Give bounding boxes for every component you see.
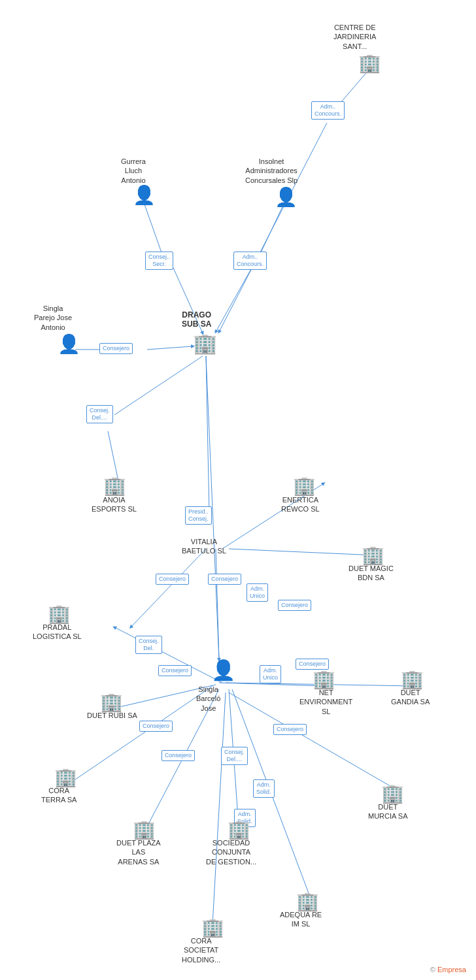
pradal-label: PRADALLOGISTICA SL	[33, 623, 82, 642]
presid-consej-badge: Presid..Consej.	[185, 506, 212, 525]
singla-parejo-icon: 👤	[58, 333, 80, 355]
duet-magic-icon: 🏢	[362, 544, 384, 566]
adm-unico2-badge: Adm.Unico	[260, 665, 281, 683]
consej-del2-badge: Consej.Del.	[135, 636, 162, 654]
enertica-label: ENERTICAREWCO SL	[281, 495, 320, 514]
duet-plaza-label: DUET PLAZALASARENAS SA	[116, 838, 161, 866]
consejero-duet-rubi-badge: Consejero	[139, 721, 173, 732]
consej-secr-badge: Consej..Secr.	[145, 252, 173, 270]
adm-concours-top-badge: Adm..Concours.	[311, 101, 345, 120]
singla-barcelo-label: SinglaBarcelóJose	[196, 685, 220, 713]
net-env-label: NETENVIRONMENTSL	[299, 688, 352, 716]
pradal-icon: 🏢	[48, 603, 71, 625]
adm-unico1-badge: Adm.Unico	[246, 583, 268, 602]
duet-murcia-label: DUETMURCIA SA	[368, 802, 408, 821]
consejero-duet-magic-badge: Consejero	[278, 600, 311, 611]
drago-sub-title: DRAGOSUB SA	[182, 310, 211, 329]
cora-societat-label: CORASOCIETATHOLDING...	[182, 936, 220, 964]
consej-del-badge: Consej.Del....	[86, 405, 113, 423]
duet-magic-label: DUET MAGICBDN SA	[348, 564, 394, 583]
sociedad-conjunta-label: SOCIEDADCONJUNTADE GESTION...	[206, 838, 256, 866]
consejero-vitalia2-badge: Consejero	[208, 574, 241, 585]
consejero4-badge: Consejero	[162, 750, 195, 761]
consejero-singla-parejo-badge: Consejero	[99, 343, 133, 354]
duet-gandia-icon: 🏢	[401, 668, 424, 690]
anoia-esports-icon: 🏢	[103, 475, 126, 497]
anoia-esports-label: ANOIAESPORTS SL	[92, 495, 137, 514]
insolnet-icon: 👤	[275, 186, 298, 208]
singla-barcelo-icon: 👤	[211, 659, 235, 681]
consejero-net-env-badge: Consejero	[273, 724, 307, 735]
adm-solid1-badge: Adm.Solid.	[253, 779, 275, 798]
singla-parejo-label: SinglaParejo JoseAntonio	[34, 304, 72, 332]
net-env-icon: 🏢	[313, 668, 335, 690]
drago-sub-icon: 🏢	[193, 332, 217, 355]
vitalia-label: VITALIABAETULO SL	[182, 537, 226, 556]
duet-gandia-label: DUETGANDIA SA	[391, 688, 430, 707]
consej-del3-badge: Consej.Del....	[221, 747, 248, 765]
cora-terra-label: CORATERRA SA	[41, 786, 76, 805]
gurrera-icon: 👤	[133, 184, 156, 206]
adequa-re-icon: 🏢	[296, 890, 319, 912]
duet-plaza-icon: 🏢	[133, 819, 156, 840]
enertica-icon: 🏢	[293, 475, 316, 497]
cora-societat-icon: 🏢	[201, 917, 224, 938]
centre-jardineria-icon: 🏢	[358, 52, 381, 74]
duet-rubi-label: DUET RUBI SA	[87, 711, 137, 720]
centre-jardineria-label: CENTRE DEJARDINERIASANT...	[333, 23, 376, 51]
copyright: © Empresa	[430, 966, 466, 973]
adequa-re-label: ADEQUA REIM SL	[280, 910, 322, 929]
consejero-vitalia-badge: Consejero	[156, 574, 189, 585]
insolnet-label: InsolnetAdministradoresConcursales Slp	[245, 157, 298, 185]
gurrera-label: GurreraLluchAntonio	[121, 157, 146, 185]
duet-rubi-icon: 🏢	[100, 691, 123, 713]
cora-terra-icon: 🏢	[54, 766, 77, 788]
duet-murcia-icon: 🏢	[381, 783, 404, 804]
sociedad-conjunta-icon: 🏢	[228, 819, 250, 840]
consejero2-badge: Consejero	[158, 665, 192, 676]
adm-concours2-badge: Adm..Concours.	[233, 252, 267, 270]
